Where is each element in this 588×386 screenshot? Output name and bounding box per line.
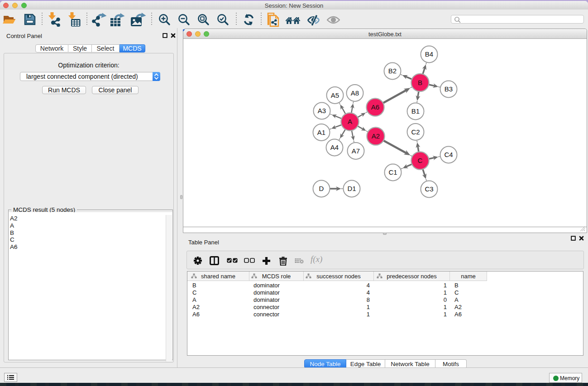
svg-text:A6: A6	[371, 103, 379, 111]
svg-text:C: C	[418, 157, 423, 164]
svg-text:C1: C1	[388, 168, 397, 176]
svg-text:A1: A1	[317, 129, 325, 136]
svg-text:A7: A7	[352, 147, 360, 155]
svg-text:B4: B4	[425, 50, 433, 58]
svg-text:C3: C3	[425, 185, 433, 193]
svg-text:B1: B1	[411, 107, 420, 115]
svg-text:A8: A8	[351, 89, 359, 97]
svg-text:D1: D1	[347, 185, 356, 192]
svg-text:D: D	[319, 185, 324, 192]
svg-text:A5: A5	[331, 91, 339, 99]
svg-text:A: A	[348, 118, 352, 125]
svg-text:C4: C4	[444, 151, 453, 158]
svg-text:C2: C2	[411, 128, 420, 136]
svg-text:B3: B3	[445, 85, 453, 93]
svg-text:B2: B2	[388, 67, 397, 75]
svg-text:A2: A2	[372, 132, 380, 140]
svg-text:A3: A3	[318, 107, 326, 114]
svg-text:A4: A4	[330, 143, 339, 151]
svg-text:B: B	[418, 79, 422, 86]
